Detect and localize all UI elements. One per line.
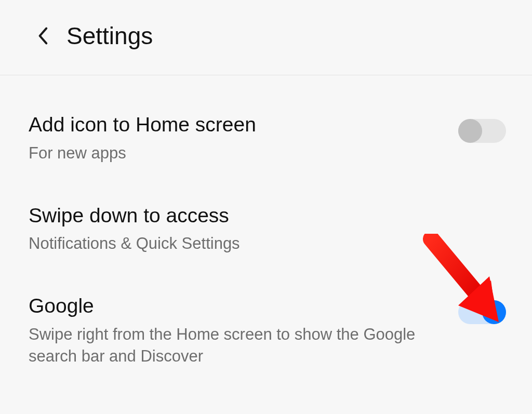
setting-subtitle: For new apps [29,142,437,164]
annotation-arrow-icon [421,234,520,330]
setting-row-add-icon[interactable]: Add icon to Home screen For new apps [29,113,506,164]
setting-title: Swipe down to access [29,204,485,228]
page-title: Settings [66,22,153,50]
settings-header: Settings [0,0,532,75]
setting-text: Google Swipe right from the Home screen … [29,294,458,367]
setting-title: Google [29,294,437,318]
toggle-knob [458,119,482,143]
setting-subtitle: Notifications & Quick Settings [29,233,485,255]
chevron-left-icon [37,26,48,45]
setting-subtitle: Swipe right from the Home screen to show… [29,324,437,367]
setting-title: Add icon to Home screen [29,113,437,137]
add-icon-toggle[interactable] [458,119,506,143]
setting-text: Add icon to Home screen For new apps [29,113,458,164]
back-button[interactable] [31,24,54,47]
